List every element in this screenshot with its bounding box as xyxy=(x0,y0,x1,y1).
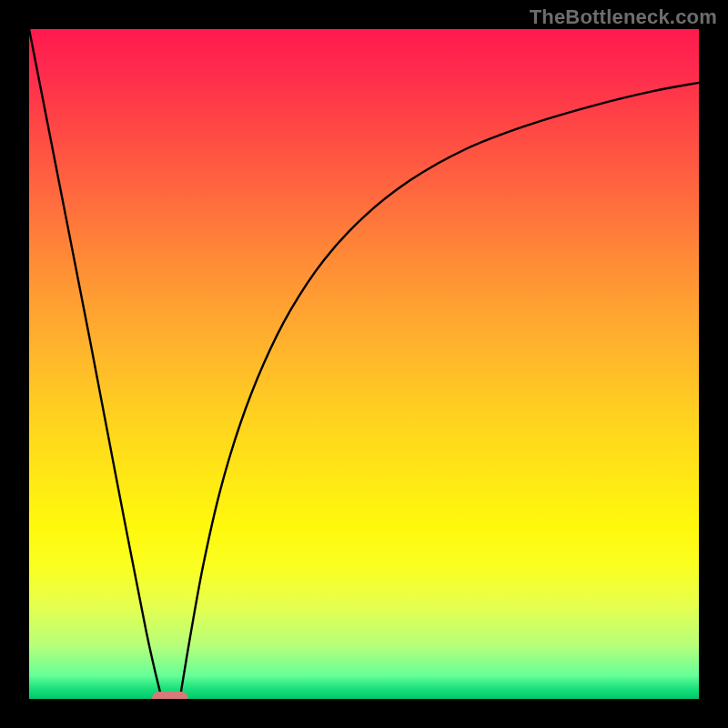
min-marker xyxy=(152,692,188,699)
watermark-text: TheBottleneck.com xyxy=(530,5,717,29)
curve-path xyxy=(29,29,699,699)
chart-frame: TheBottleneck.com xyxy=(0,0,728,728)
plot-area xyxy=(29,29,699,699)
bottleneck-curve xyxy=(29,29,699,699)
